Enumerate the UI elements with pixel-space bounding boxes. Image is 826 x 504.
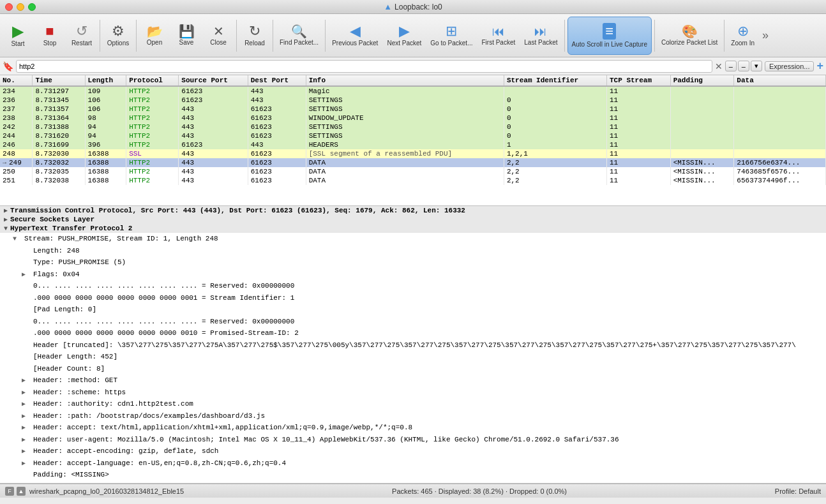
stop-button[interactable]: ■ Stop bbox=[34, 17, 65, 55]
minimize-window-button[interactable] bbox=[17, 3, 24, 11]
col-dst-port[interactable]: Dest Port bbox=[248, 75, 306, 86]
autoscroll-button[interactable]: ≡ Auto Scroll in Live Capture bbox=[567, 17, 652, 55]
detail-line[interactable]: [Header Length: 452] bbox=[0, 351, 826, 363]
ssl-section[interactable]: ▶ Secure Sockets Layer bbox=[0, 215, 826, 224]
tcp-section[interactable]: ▶ Transmission Control Protocol, Src Por… bbox=[0, 206, 826, 215]
col-protocol[interactable]: Protocol bbox=[126, 75, 179, 86]
detail-expand-icon[interactable]: ▶ bbox=[22, 270, 31, 279]
colorize-button[interactable]: 🎨 Colorize Packet List bbox=[657, 17, 721, 55]
detail-line[interactable]: Length: 248 bbox=[0, 245, 826, 257]
col-info[interactable]: Info bbox=[306, 75, 504, 86]
col-no[interactable]: No. bbox=[0, 75, 33, 86]
goto-packet-button[interactable]: ⊞ Go to Packet... bbox=[426, 17, 476, 55]
table-cell: 248 bbox=[0, 149, 33, 158]
col-tcp-stream[interactable]: TCP Stream bbox=[606, 75, 670, 86]
detail-line[interactable]: .000 0000 0000 0000 0000 0000 0000 0001 … bbox=[0, 292, 826, 304]
table-row[interactable]: →2498.73203216388HTTP244361623DATA2,211<… bbox=[0, 158, 826, 167]
table-row[interactable]: 2348.731297109HTTP261623443Magic11 bbox=[0, 86, 826, 96]
detail-line[interactable]: ▶Header: :scheme: https bbox=[0, 387, 826, 399]
col-padding[interactable]: Padding bbox=[670, 75, 734, 86]
expression-button[interactable]: Expression... bbox=[765, 61, 815, 71]
table-row[interactable]: 2508.73203516388HTTP244361623DATA2,211<M… bbox=[0, 167, 826, 176]
detail-expand-icon[interactable]: ▶ bbox=[22, 435, 31, 445]
detail-line[interactable]: ▶Header: accept-encoding: gzip, deflate,… bbox=[0, 445, 826, 457]
http2-section-label: HyperText Transfer Protocol 2 bbox=[10, 225, 132, 232]
last-packet-button[interactable]: ⏭ Last Packet bbox=[520, 17, 561, 55]
detail-expand-icon[interactable]: ▶ bbox=[22, 447, 31, 456]
detail-expand-icon[interactable]: ▶ bbox=[22, 411, 31, 421]
open-button[interactable]: 📂 Open bbox=[139, 17, 170, 55]
detail-line[interactable]: ▶Header: accept: text/html,application/x… bbox=[0, 422, 826, 434]
restart-button[interactable]: ↺ Restart bbox=[66, 17, 97, 55]
toolbar-more-button[interactable]: » bbox=[760, 29, 771, 42]
detail-line[interactable]: Header [truncated]: \357\277\275\357\277… bbox=[0, 339, 826, 352]
detail-expand-icon[interactable]: ▼ bbox=[13, 234, 22, 244]
close-window-button[interactable] bbox=[5, 3, 13, 11]
options-button[interactable]: ⚙ Options bbox=[103, 17, 133, 55]
table-row[interactable]: 2448.73162094HTTP244361623SETTINGS011 bbox=[0, 131, 826, 140]
reload-button[interactable]: ↻ Reload bbox=[239, 17, 270, 55]
detail-line[interactable]: [Header Count: 8] bbox=[0, 363, 826, 375]
filter-clear-button[interactable]: ✕ bbox=[715, 61, 723, 71]
close-button[interactable]: ✕ Close bbox=[203, 17, 234, 55]
detail-line[interactable]: ▶Header: accept-language: en-US,en;q=0.8… bbox=[0, 457, 826, 470]
table-cell: 94 bbox=[85, 122, 126, 131]
first-packet-button[interactable]: ⏮ First Packet bbox=[477, 17, 519, 55]
tcp-expand-icon: ▶ bbox=[4, 207, 8, 214]
col-src-port[interactable]: Source Port bbox=[179, 75, 248, 86]
table-row[interactable]: 2488.73203016388SSL44361623[SSL segment … bbox=[0, 149, 826, 158]
colorize-icon: 🎨 bbox=[682, 25, 698, 38]
detail-expand-icon[interactable]: ▶ bbox=[22, 423, 31, 433]
table-cell: HTTP2 bbox=[126, 86, 179, 96]
table-cell: DATA bbox=[306, 176, 504, 185]
detail-expand-icon[interactable]: ▶ bbox=[22, 399, 31, 409]
filter-dropdown-button[interactable]: ▾ bbox=[751, 61, 762, 71]
col-data[interactable]: Data bbox=[734, 75, 826, 86]
detail-line[interactable]: ▶Header: user-agent: Mozilla/5.0 (Macint… bbox=[0, 434, 826, 446]
table-header-row: No. Time Length Protocol Source Port Des… bbox=[0, 75, 826, 86]
prev-packet-button[interactable]: ◀ Previous Packet bbox=[328, 17, 382, 55]
detail-line[interactable]: [Pad Length: 0] bbox=[0, 304, 826, 316]
col-length[interactable]: Length bbox=[85, 75, 126, 86]
detail-line[interactable]: ▶Flags: 0x04 bbox=[0, 269, 826, 281]
http2-expand-icon: ▼ bbox=[4, 225, 8, 232]
stop-label: Stop bbox=[43, 40, 57, 47]
zoom-in-button[interactable]: ⊕ Zoom In bbox=[727, 17, 758, 55]
detail-line[interactable]: .000 0000 0000 0000 0000 0000 0000 0010 … bbox=[0, 327, 826, 339]
find-button[interactable]: 🔍 Find Packet... bbox=[276, 17, 322, 55]
detail-expand-icon[interactable]: ▶ bbox=[22, 388, 31, 397]
start-button[interactable]: ▶ Start bbox=[3, 17, 33, 55]
table-cell: 0 bbox=[504, 114, 606, 122]
detail-line[interactable]: ▶Header: :method: GET bbox=[0, 374, 826, 387]
filter-input[interactable] bbox=[16, 60, 712, 73]
detail-line[interactable]: ▼Stream: PUSH_PROMISE, Stream ID: 1, Len… bbox=[0, 233, 826, 245]
maximize-window-button[interactable] bbox=[28, 3, 36, 11]
table-row[interactable]: 2368.731345106HTTP261623443SETTINGS011 bbox=[0, 96, 826, 105]
detail-line[interactable]: Type: PUSH_PROMISE (5) bbox=[0, 256, 826, 269]
table-cell: SETTINGS bbox=[306, 122, 504, 131]
col-stream-id[interactable]: Stream Identifier bbox=[504, 75, 606, 86]
detail-line[interactable]: 0... .... .... .... .... .... .... .... … bbox=[0, 316, 826, 328]
detail-line[interactable]: ▶Header: :authority: cdn1.http2test.com bbox=[0, 398, 826, 410]
col-time[interactable]: Time bbox=[33, 75, 85, 86]
detail-expand-icon[interactable]: ▶ bbox=[22, 376, 31, 385]
table-row[interactable]: 2378.731357106HTTP244361623SETTINGS011 bbox=[0, 105, 826, 114]
detail-line-text: Header: :path: /bootstrap/docs/examples/… bbox=[33, 411, 265, 422]
filter-plus-button[interactable]: + bbox=[816, 59, 823, 73]
http2-section[interactable]: ▼ HyperText Transfer Protocol 2 bbox=[0, 224, 826, 233]
detail-line[interactable]: Padding: <MISSING> bbox=[0, 469, 826, 481]
filter-action-1[interactable]: – bbox=[725, 61, 737, 71]
table-row[interactable]: 2388.73136498HTTP244361623WINDOW_UPDATE0… bbox=[0, 114, 826, 122]
table-cell: 106 bbox=[85, 96, 126, 105]
detail-line[interactable]: ▶Header: :path: /bootstrap/docs/examples… bbox=[0, 410, 826, 422]
next-packet-button[interactable]: ▶ Next Packet bbox=[383, 17, 425, 55]
table-row[interactable]: 2518.73203816388HTTP244361623DATA2,211<M… bbox=[0, 176, 826, 185]
table-row[interactable]: 2428.73138894HTTP244361623SETTINGS011 bbox=[0, 122, 826, 131]
filter-action-2[interactable]: – bbox=[738, 61, 749, 71]
save-button[interactable]: 💾 Save bbox=[171, 17, 202, 55]
table-cell: 251 bbox=[0, 176, 33, 185]
table-row[interactable]: 2468.731699396HTTP261623443HEADERS111 bbox=[0, 140, 826, 149]
detail-line[interactable]: 0... .... .... .... .... .... .... .... … bbox=[0, 280, 826, 292]
detail-expand-icon[interactable]: ▶ bbox=[22, 459, 31, 468]
table-cell: 443 bbox=[179, 122, 248, 131]
